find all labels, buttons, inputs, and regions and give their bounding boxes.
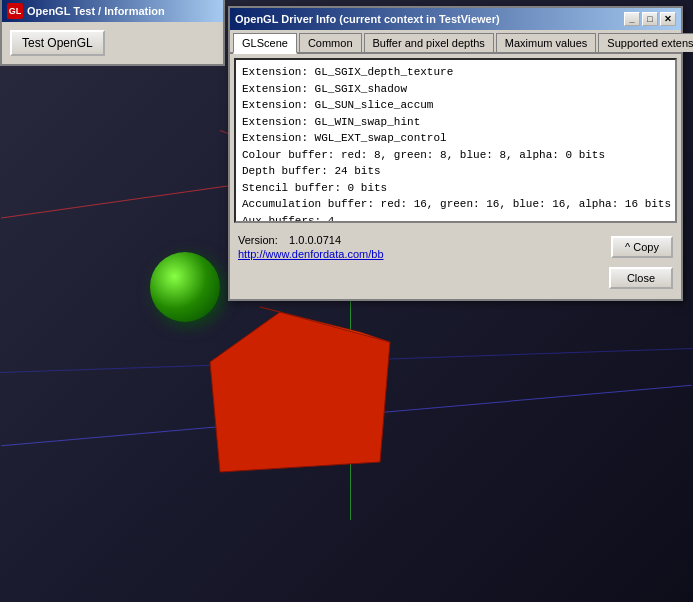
close-title-button[interactable]: ✕ [660, 12, 676, 26]
content-line: Extension: GL_SUN_slice_accum [242, 97, 669, 114]
content-line: Extension: WGL_EXT_swap_control [242, 130, 669, 147]
titlebar-buttons: _ □ ✕ [624, 12, 676, 26]
version-info: Version: 1.0.0.0714 http://www.denfordat… [238, 233, 384, 261]
close-button[interactable]: Close [609, 267, 673, 289]
tab-common[interactable]: Common [299, 33, 362, 52]
content-line: Depth buffer: 24 bits [242, 163, 669, 180]
content-area[interactable]: Extension: GL_SGIX_depth_textureExtensio… [234, 58, 677, 223]
content-line: Colour buffer: red: 8, green: 8, blue: 8… [242, 147, 669, 164]
version-link[interactable]: http://www.denfordata.com/bb [238, 248, 384, 260]
content-line: Extension: GL_SGIX_depth_texture [242, 64, 669, 81]
content-line: Stencil buffer: 0 bits [242, 180, 669, 197]
tab-maxvalues[interactable]: Maximum values [496, 33, 597, 52]
left-panel: GL OpenGL Test / Information Test OpenGL [0, 0, 225, 66]
dialog-title: OpenGL Driver Info (current context in T… [235, 13, 624, 25]
tab-extensions[interactable]: Supported extensions [598, 33, 693, 52]
content-line: Aux buffers: 4 [242, 213, 669, 224]
left-panel-body: Test OpenGL [2, 22, 223, 64]
red-shape [200, 302, 400, 482]
tab-buffer[interactable]: Buffer and pixel depths [364, 33, 494, 52]
version-label: Version: [238, 234, 278, 246]
version-value: 1.0.0.0714 [289, 234, 341, 246]
tab-glscene[interactable]: GLScene [233, 33, 297, 54]
axis-red-horizontal [1, 183, 249, 219]
maximize-button[interactable]: □ [642, 12, 658, 26]
test-opengl-button[interactable]: Test OpenGL [10, 30, 105, 56]
tabs-bar: GLScene Common Buffer and pixel depths M… [230, 30, 681, 54]
svg-marker-0 [210, 312, 390, 472]
left-panel-title: OpenGL Test / Information [27, 5, 165, 17]
dialog-titlebar: OpenGL Driver Info (current context in T… [230, 8, 681, 30]
footer-area: Version: 1.0.0.0714 http://www.denfordat… [230, 227, 681, 299]
close-row: Close [238, 265, 673, 293]
content-line: Accumulation buffer: red: 16, green: 16,… [242, 196, 669, 213]
main-dialog: OpenGL Driver Info (current context in T… [228, 6, 683, 301]
app-icon: GL [7, 3, 23, 19]
content-line: Extension: GL_SGIX_shadow [242, 81, 669, 98]
minimize-button[interactable]: _ [624, 12, 640, 26]
svg-line-2 [260, 307, 280, 312]
content-line: Extension: GL_WIN_swap_hint [242, 114, 669, 131]
version-row: Version: 1.0.0.0714 http://www.denfordat… [238, 233, 673, 261]
left-panel-titlebar: GL OpenGL Test / Information [2, 0, 223, 22]
copy-button[interactable]: ^ Copy [611, 236, 673, 258]
